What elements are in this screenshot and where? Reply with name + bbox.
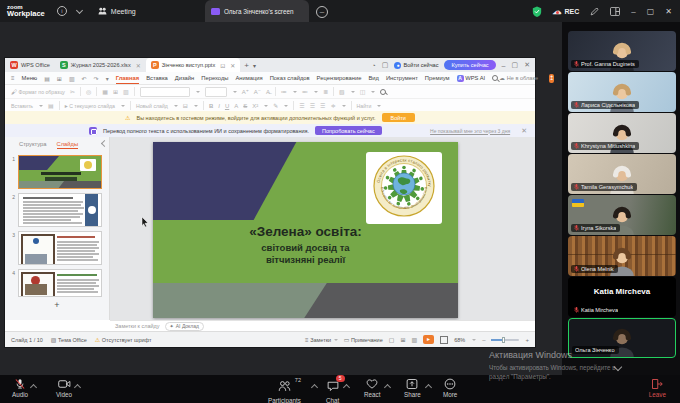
superscript-button[interactable]: X² [252, 103, 258, 109]
view-layout-icon[interactable] [610, 7, 620, 16]
banner-close-icon[interactable]: ✕ [521, 127, 527, 135]
menu-item-home[interactable]: Главная [116, 75, 140, 81]
current-slide[interactable]: Освіта в інтересах сталого розвитку в Ук… [153, 142, 458, 318]
menu-item-animation[interactable]: Анимация [235, 75, 262, 81]
tab-slides[interactable]: Слайды [57, 141, 79, 149]
menu-item-view[interactable]: Вид [368, 75, 379, 81]
video-button[interactable]: Video [56, 378, 72, 398]
image-icon[interactable]: ▦ [102, 88, 108, 95]
print-icon[interactable]: ⊞ [57, 75, 62, 82]
gallery-collapse-chevron-icon[interactable] [615, 364, 622, 371]
participant-tile[interactable]: Prof. Ganna Duginets [568, 31, 676, 71]
fit-window-icon[interactable] [440, 336, 448, 344]
buy-now-button[interactable]: Купить сейчас [444, 60, 495, 70]
try-now-button[interactable]: Попробовать сейчас [315, 126, 382, 135]
line-spacing-icon[interactable]: ≑ [330, 102, 335, 109]
paste-button[interactable]: Вставить [11, 103, 33, 109]
recording-indicator[interactable]: ☁ REC [553, 7, 580, 16]
clipboard-icon[interactable]: ▤ [48, 102, 54, 109]
tab-outline[interactable]: Структура [19, 141, 47, 149]
more-chevron-icon[interactable]: ▾ [106, 75, 109, 82]
wps-minimize-icon[interactable]: – [502, 62, 506, 69]
participant-tile[interactable]: Iryna Sikorska [568, 195, 676, 235]
tab-meeting[interactable]: Meeting [98, 7, 136, 15]
dismiss-link[interactable]: Не показывай мне это через 3 дня [430, 128, 510, 134]
shape-fill-icon[interactable]: ▧ [339, 88, 345, 95]
audio-button[interactable]: Audio [12, 378, 28, 398]
comment-toggle[interactable]: ▭ Примечание [344, 336, 383, 343]
align-left-icon[interactable]: ☰ [299, 102, 304, 109]
slide-thumbnail-4[interactable]: 4 [9, 269, 105, 297]
close-icon[interactable]: ✕ [665, 7, 672, 16]
increase-font-icon[interactable]: A⁺ [242, 88, 249, 95]
menu-item-premium[interactable]: Премиум [425, 75, 450, 81]
align-right-icon[interactable]: ☰ [320, 102, 325, 109]
font-family-chevron-icon[interactable] [196, 91, 200, 93]
hamburger-icon[interactable]: ≡ [11, 75, 15, 81]
toolbar-search-icon[interactable] [380, 89, 386, 95]
zoom-in-icon[interactable]: + [525, 337, 529, 343]
wps-presentation-tab[interactable]: P Зінченко виступ.pptx ⊡ ✕ [146, 58, 241, 72]
wps-home-tab[interactable]: W WPS Office [5, 58, 55, 72]
ai-report-button[interactable]: ✦AI Доклад [165, 322, 204, 331]
maximize-icon[interactable]: ▢ [647, 7, 655, 16]
pause-share-icon[interactable]: – [316, 6, 328, 18]
sign-in-button[interactable]: ● Войти сейчас [394, 62, 438, 69]
menu-item-design[interactable]: Дизайн [175, 75, 195, 81]
bullet-list-icon[interactable]: ≔ [281, 88, 287, 95]
menu-item-review[interactable]: Рецензирование [317, 75, 362, 81]
underline-button[interactable]: U [225, 103, 229, 109]
redo-icon[interactable]: ↷ [94, 75, 99, 82]
indent-icon[interactable]: ≣ [323, 88, 328, 95]
highlight-icon[interactable]: ✎ [273, 102, 278, 109]
zoom-out-icon[interactable]: – [482, 337, 485, 343]
export-icon[interactable]: ▥ [69, 75, 75, 82]
share-button[interactable]: Share [404, 378, 421, 398]
chat-button[interactable]: 5 Chat [326, 378, 339, 403]
add-slide-button[interactable]: + [5, 301, 109, 309]
find-button[interactable]: Найти [357, 103, 372, 109]
react-button[interactable]: React [364, 378, 380, 398]
reading-view-icon[interactable]: ▥ [411, 336, 417, 343]
align-center-icon[interactable]: ☰ [310, 102, 315, 109]
close-tab-icon[interactable]: ✕ [136, 62, 141, 69]
more-button[interactable]: More [443, 378, 457, 398]
layout-icon[interactable]: ⊞ [113, 88, 118, 95]
numbered-list-icon[interactable]: ≕ [302, 88, 308, 95]
menu-item-wps-ai[interactable]: A WPS AI [457, 75, 486, 82]
pin-tab-icon[interactable]: ⊡ [220, 62, 225, 69]
zoom-chevron-icon[interactable] [472, 339, 476, 341]
chevron-down-icon[interactable] [76, 6, 83, 13]
participant-tile[interactable]: Katia Mircheva Katia Mircheva [568, 277, 676, 317]
selection-icon[interactable]: ◎ [86, 88, 91, 95]
new-tab-icon[interactable]: + [244, 61, 249, 70]
menu-item-slideshow[interactable]: Показ слайдов [270, 75, 310, 81]
menu-item-insert[interactable]: Вставка [146, 75, 168, 81]
security-shield-icon[interactable] [532, 6, 542, 17]
strikethrough-button[interactable]: S [243, 103, 247, 109]
react-options-chevron-icon[interactable] [384, 384, 391, 391]
tab-list-chevron-icon[interactable]: ▾ [253, 62, 256, 69]
participant-tile-active-speaker[interactable]: Ольга Зінченко [568, 318, 676, 358]
theme-button[interactable]: ▨ Тема Office [51, 336, 87, 343]
participants-options-chevron-icon[interactable] [311, 384, 318, 391]
slide-layout-icon[interactable]: ⊟ [183, 102, 188, 109]
annotate-pencil-icon[interactable] [590, 7, 599, 16]
share-upload-button[interactable]: ↥ [549, 74, 554, 83]
minimize-icon[interactable]: – [631, 7, 635, 16]
table-icon[interactable]: ▥ [123, 88, 129, 95]
participant-tile[interactable]: Лариса Сідєльнікова [568, 72, 676, 112]
normal-view-icon[interactable]: ▢ [389, 336, 395, 343]
participant-tile[interactable]: Olena Melnik [568, 236, 676, 276]
login-button[interactable]: Войти [382, 113, 415, 122]
slide-thumbnail-2[interactable]: 2 [9, 193, 105, 227]
format-painter-button[interactable]: 🖌︎ Формат по образцу [11, 89, 65, 95]
wps-close-icon[interactable]: ✕ [524, 61, 530, 69]
new-slide-button[interactable]: Новый слайд [136, 103, 168, 109]
participant-tile[interactable]: Khrystyna Mitiushkina [568, 113, 676, 153]
workspace-icon[interactable]: ▢ [382, 61, 389, 69]
slide-sorter-icon[interactable]: ⊞ [400, 336, 405, 343]
history-icon[interactable]: ◔ [372, 62, 376, 69]
participants-button[interactable]: 72 Participants [268, 378, 301, 403]
close-tab-icon[interactable]: ✕ [230, 62, 235, 69]
